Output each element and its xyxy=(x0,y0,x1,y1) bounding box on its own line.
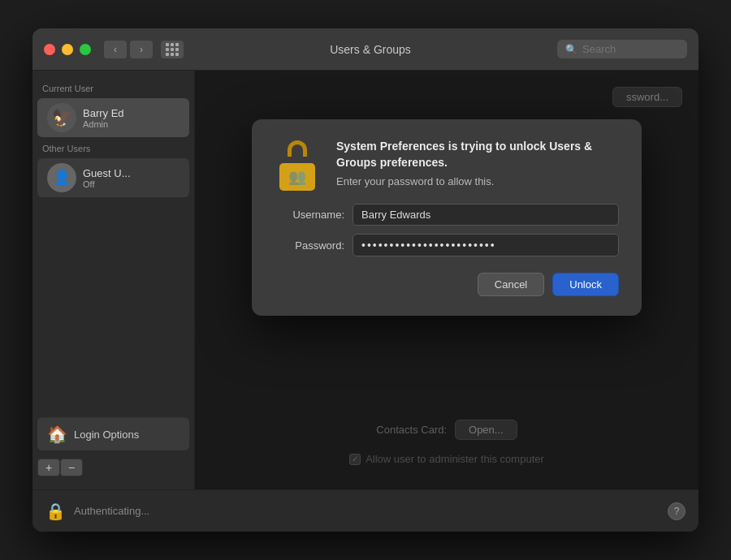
bottom-bar: 🔒 Authenticating... ? xyxy=(32,489,699,532)
window-title: Users & Groups xyxy=(192,43,549,56)
guest-role: Off xyxy=(83,179,131,189)
add-user-button[interactable]: + xyxy=(37,459,60,476)
user-name-short: Barry Ed xyxy=(83,107,124,119)
guest-user-item[interactable]: 👤 Guest U... Off xyxy=(37,158,189,197)
modal-subtitle: Enter your password to allow this. xyxy=(336,175,619,187)
back-button[interactable]: ‹ xyxy=(104,41,127,58)
search-icon: 🔍 xyxy=(565,44,577,55)
modal-form: Username: Password: xyxy=(271,204,619,256)
user-info: Barry Ed Admin xyxy=(83,107,124,129)
app-window: ‹ › Users & Groups 🔍 Current User 🦅 Barr… xyxy=(32,28,699,532)
lock-icon-bottom: 🔒 xyxy=(45,502,66,521)
current-user-label: Current User xyxy=(32,79,194,97)
password-input[interactable] xyxy=(353,234,619,256)
titlebar: ‹ › Users & Groups 🔍 xyxy=(32,28,699,71)
avatar: 👤 xyxy=(47,163,76,192)
avatar: 🦅 xyxy=(47,103,76,132)
lock-shackle xyxy=(288,140,307,157)
grid-view-button[interactable] xyxy=(161,41,184,58)
search-box[interactable]: 🔍 xyxy=(557,40,687,58)
username-input[interactable] xyxy=(353,204,619,226)
password-label: Password: xyxy=(271,239,344,252)
forward-button[interactable]: › xyxy=(130,41,153,58)
user-role: Admin xyxy=(83,119,124,129)
lock-user-icon: 👥 xyxy=(288,168,306,186)
login-options-item[interactable]: 🏠 Login Options xyxy=(37,417,189,450)
password-row: Password: xyxy=(271,234,619,256)
username-label: Username: xyxy=(271,209,344,221)
zoom-button[interactable] xyxy=(80,44,91,55)
unlock-button[interactable]: Unlock xyxy=(552,273,619,296)
search-input[interactable] xyxy=(582,43,680,55)
modal-text: System Preferences is trying to unlock U… xyxy=(336,139,619,187)
right-panel: ssword... Contacts Card: Open... ✓ Allow… xyxy=(195,71,699,489)
sidebar: Current User 🦅 Barry Ed Admin Other User… xyxy=(32,71,195,489)
unlock-dialog: 👥 System Preferences is trying to unlock… xyxy=(252,119,642,316)
lock-icon: 👥 xyxy=(271,139,323,191)
close-button[interactable] xyxy=(44,44,55,55)
minimize-button[interactable] xyxy=(62,44,73,55)
traffic-lights xyxy=(44,44,91,55)
modal-title: System Preferences is trying to unlock U… xyxy=(336,139,619,170)
sidebar-controls: + − xyxy=(37,459,189,476)
user-info: Guest U... Off xyxy=(83,167,131,189)
modal-buttons: Cancel Unlock xyxy=(271,273,619,296)
authenticating-label: Authenticating... xyxy=(74,505,149,517)
grid-icon xyxy=(166,43,179,56)
guest-name: Guest U... xyxy=(83,167,131,179)
main-content: Current User 🦅 Barry Ed Admin Other User… xyxy=(32,71,699,489)
nav-buttons: ‹ › xyxy=(104,41,153,58)
modal-header: 👥 System Preferences is trying to unlock… xyxy=(271,139,619,191)
house-icon: 🏠 xyxy=(47,424,67,444)
username-row: Username: xyxy=(271,204,619,226)
remove-user-button[interactable]: − xyxy=(60,459,83,476)
other-users-label: Other Users xyxy=(32,139,194,157)
help-button[interactable]: ? xyxy=(668,502,686,520)
lock-body: 👥 xyxy=(279,163,315,191)
current-user-item[interactable]: 🦅 Barry Ed Admin xyxy=(37,98,189,137)
modal-overlay: 👥 System Preferences is trying to unlock… xyxy=(195,71,699,489)
cancel-button[interactable]: Cancel xyxy=(478,273,544,296)
login-options-label: Login Options xyxy=(74,429,139,441)
